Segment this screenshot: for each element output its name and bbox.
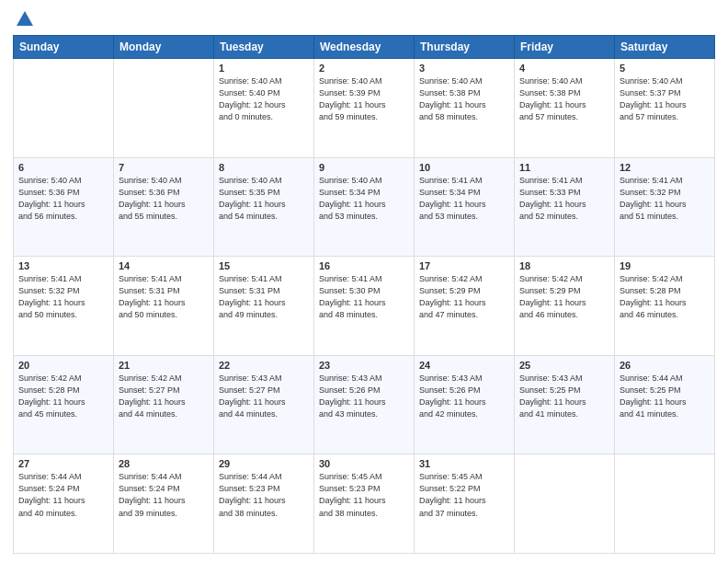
- day-info: Sunrise: 5:40 AM Sunset: 5:39 PM Dayligh…: [319, 75, 409, 123]
- day-number: 19: [620, 260, 710, 271]
- calendar-header-row: SundayMondayTuesdayWednesdayThursdayFrid…: [14, 36, 715, 59]
- day-number: 8: [219, 162, 309, 173]
- calendar-cell: [615, 454, 715, 554]
- day-info: Sunrise: 5:40 AM Sunset: 5:34 PM Dayligh…: [319, 175, 409, 223]
- day-info: Sunrise: 5:41 AM Sunset: 5:33 PM Dayligh…: [519, 175, 609, 223]
- weekday-header: Saturday: [615, 36, 715, 59]
- calendar-cell: 20Sunrise: 5:42 AM Sunset: 5:28 PM Dayli…: [14, 355, 114, 454]
- calendar-cell: 1Sunrise: 5:40 AM Sunset: 5:40 PM Daylig…: [214, 59, 314, 158]
- day-number: 31: [419, 458, 509, 469]
- calendar-week-row: 6Sunrise: 5:40 AM Sunset: 5:36 PM Daylig…: [14, 157, 715, 257]
- day-number: 9: [319, 162, 409, 173]
- day-number: 15: [219, 260, 309, 271]
- weekday-header: Thursday: [415, 36, 515, 59]
- day-number: 25: [519, 360, 609, 371]
- day-number: 20: [18, 360, 108, 371]
- calendar-cell: 12Sunrise: 5:41 AM Sunset: 5:32 PM Dayli…: [615, 157, 715, 257]
- day-info: Sunrise: 5:40 AM Sunset: 5:38 PM Dayligh…: [519, 75, 609, 123]
- svg-marker-0: [17, 11, 33, 26]
- day-info: Sunrise: 5:41 AM Sunset: 5:30 PM Dayligh…: [319, 273, 409, 321]
- day-info: Sunrise: 5:42 AM Sunset: 5:28 PM Dayligh…: [18, 373, 108, 420]
- day-number: 18: [519, 260, 609, 271]
- calendar-cell: 18Sunrise: 5:42 AM Sunset: 5:29 PM Dayli…: [515, 257, 615, 356]
- calendar-cell: [114, 59, 214, 158]
- calendar-week-row: 1Sunrise: 5:40 AM Sunset: 5:40 PM Daylig…: [14, 59, 715, 158]
- calendar-cell: 24Sunrise: 5:43 AM Sunset: 5:26 PM Dayli…: [415, 355, 515, 454]
- calendar-cell: 8Sunrise: 5:40 AM Sunset: 5:35 PM Daylig…: [214, 157, 314, 257]
- logo-icon: [15, 9, 35, 29]
- calendar-table: SundayMondayTuesdayWednesdayThursdayFrid…: [13, 35, 715, 554]
- day-info: Sunrise: 5:40 AM Sunset: 5:36 PM Dayligh…: [18, 175, 108, 223]
- calendar-week-row: 20Sunrise: 5:42 AM Sunset: 5:28 PM Dayli…: [14, 355, 715, 454]
- day-number: 4: [519, 63, 609, 74]
- calendar-cell: 9Sunrise: 5:40 AM Sunset: 5:34 PM Daylig…: [314, 157, 415, 257]
- day-number: 28: [119, 458, 209, 469]
- calendar-cell: 6Sunrise: 5:40 AM Sunset: 5:36 PM Daylig…: [14, 157, 114, 257]
- day-number: 12: [620, 162, 710, 173]
- day-number: 3: [419, 63, 509, 74]
- calendar-cell: 31Sunrise: 5:45 AM Sunset: 5:22 PM Dayli…: [415, 454, 515, 554]
- day-number: 13: [18, 260, 108, 271]
- day-number: 2: [319, 63, 409, 74]
- calendar-cell: 5Sunrise: 5:40 AM Sunset: 5:37 PM Daylig…: [615, 59, 715, 158]
- day-info: Sunrise: 5:41 AM Sunset: 5:32 PM Dayligh…: [18, 273, 108, 321]
- calendar-cell: 26Sunrise: 5:44 AM Sunset: 5:25 PM Dayli…: [615, 355, 715, 454]
- day-number: 21: [119, 360, 209, 371]
- day-info: Sunrise: 5:41 AM Sunset: 5:34 PM Dayligh…: [419, 175, 509, 223]
- calendar-cell: 3Sunrise: 5:40 AM Sunset: 5:38 PM Daylig…: [415, 59, 515, 158]
- day-info: Sunrise: 5:43 AM Sunset: 5:25 PM Dayligh…: [519, 373, 609, 420]
- weekday-header: Friday: [515, 36, 615, 59]
- day-info: Sunrise: 5:44 AM Sunset: 5:23 PM Dayligh…: [219, 471, 309, 519]
- day-info: Sunrise: 5:43 AM Sunset: 5:26 PM Dayligh…: [319, 373, 409, 420]
- day-info: Sunrise: 5:44 AM Sunset: 5:25 PM Dayligh…: [620, 373, 710, 420]
- day-info: Sunrise: 5:41 AM Sunset: 5:31 PM Dayligh…: [119, 273, 209, 321]
- weekday-header: Wednesday: [314, 36, 415, 59]
- calendar-cell: 15Sunrise: 5:41 AM Sunset: 5:31 PM Dayli…: [214, 257, 314, 356]
- calendar-cell: 11Sunrise: 5:41 AM Sunset: 5:33 PM Dayli…: [515, 157, 615, 257]
- day-number: 24: [419, 360, 509, 371]
- day-number: 16: [319, 260, 409, 271]
- calendar-cell: 29Sunrise: 5:44 AM Sunset: 5:23 PM Dayli…: [214, 454, 314, 554]
- day-info: Sunrise: 5:40 AM Sunset: 5:37 PM Dayligh…: [620, 75, 710, 123]
- day-number: 29: [219, 458, 309, 469]
- day-info: Sunrise: 5:40 AM Sunset: 5:35 PM Dayligh…: [219, 175, 309, 223]
- calendar-week-row: 13Sunrise: 5:41 AM Sunset: 5:32 PM Dayli…: [14, 257, 715, 356]
- day-info: Sunrise: 5:44 AM Sunset: 5:24 PM Dayligh…: [119, 471, 209, 519]
- day-number: 17: [419, 260, 509, 271]
- day-info: Sunrise: 5:43 AM Sunset: 5:27 PM Dayligh…: [219, 373, 309, 420]
- calendar-cell: 28Sunrise: 5:44 AM Sunset: 5:24 PM Dayli…: [114, 454, 214, 554]
- weekday-header: Monday: [114, 36, 214, 59]
- day-number: 30: [319, 458, 409, 469]
- day-number: 14: [119, 260, 209, 271]
- day-info: Sunrise: 5:40 AM Sunset: 5:36 PM Dayligh…: [119, 175, 209, 223]
- day-number: 27: [18, 458, 108, 469]
- calendar-cell: 25Sunrise: 5:43 AM Sunset: 5:25 PM Dayli…: [515, 355, 615, 454]
- calendar-cell: 21Sunrise: 5:42 AM Sunset: 5:27 PM Dayli…: [114, 355, 214, 454]
- page: SundayMondayTuesdayWednesdayThursdayFrid…: [0, 0, 728, 563]
- day-info: Sunrise: 5:45 AM Sunset: 5:23 PM Dayligh…: [319, 471, 409, 519]
- calendar-cell: 30Sunrise: 5:45 AM Sunset: 5:23 PM Dayli…: [314, 454, 415, 554]
- calendar-cell: 19Sunrise: 5:42 AM Sunset: 5:28 PM Dayli…: [615, 257, 715, 356]
- day-info: Sunrise: 5:41 AM Sunset: 5:31 PM Dayligh…: [219, 273, 309, 321]
- day-info: Sunrise: 5:41 AM Sunset: 5:32 PM Dayligh…: [620, 175, 710, 223]
- day-info: Sunrise: 5:42 AM Sunset: 5:28 PM Dayligh…: [620, 273, 710, 321]
- day-number: 11: [519, 162, 609, 173]
- day-number: 10: [419, 162, 509, 173]
- day-info: Sunrise: 5:43 AM Sunset: 5:26 PM Dayligh…: [419, 373, 509, 420]
- day-number: 26: [620, 360, 710, 371]
- calendar-cell: [14, 59, 114, 158]
- day-info: Sunrise: 5:40 AM Sunset: 5:40 PM Dayligh…: [219, 75, 309, 123]
- calendar-cell: 17Sunrise: 5:42 AM Sunset: 5:29 PM Dayli…: [415, 257, 515, 356]
- calendar-cell: 10Sunrise: 5:41 AM Sunset: 5:34 PM Dayli…: [415, 157, 515, 257]
- calendar-cell: 22Sunrise: 5:43 AM Sunset: 5:27 PM Dayli…: [214, 355, 314, 454]
- day-number: 1: [219, 63, 309, 74]
- logo-text: [13, 9, 35, 29]
- weekday-header: Sunday: [14, 36, 114, 59]
- weekday-header: Tuesday: [214, 36, 314, 59]
- calendar-cell: 27Sunrise: 5:44 AM Sunset: 5:24 PM Dayli…: [14, 454, 114, 554]
- day-number: 22: [219, 360, 309, 371]
- calendar-cell: 23Sunrise: 5:43 AM Sunset: 5:26 PM Dayli…: [314, 355, 415, 454]
- calendar-cell: 14Sunrise: 5:41 AM Sunset: 5:31 PM Dayli…: [114, 257, 214, 356]
- day-info: Sunrise: 5:40 AM Sunset: 5:38 PM Dayligh…: [419, 75, 509, 123]
- header: [13, 9, 715, 29]
